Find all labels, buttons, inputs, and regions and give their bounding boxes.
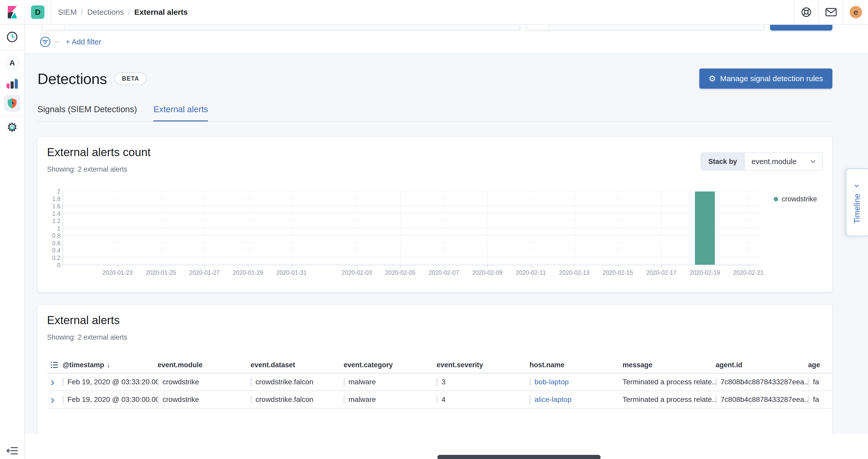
space-badge[interactable]: D bbox=[31, 5, 44, 19]
alerts-table: @timestamp↓event.moduleevent.dataseteven… bbox=[47, 357, 832, 408]
timeline-toggle-button[interactable]: › Timeline bbox=[846, 169, 868, 236]
column-header-event.module[interactable]: event.module bbox=[158, 361, 251, 369]
cell-value: malware bbox=[348, 378, 376, 386]
breadcrumb-siem[interactable]: SIEM bbox=[58, 8, 77, 17]
collapse-nav-button[interactable] bbox=[6, 446, 18, 455]
cell-value: Feb 19, 2020 @ 03:33:20.000 bbox=[67, 378, 158, 386]
filter-icon[interactable] bbox=[40, 36, 51, 47]
detections-page: Detections BETA ⚙ Manage signal detectio… bbox=[25, 54, 868, 434]
stack-by-label: Stack by bbox=[701, 153, 745, 170]
bar-crowdstrike-2020-02-19[interactable] bbox=[695, 191, 715, 265]
gridline bbox=[63, 235, 759, 236]
drag-handle[interactable] bbox=[344, 378, 345, 386]
column-header-event.dataset[interactable]: event.dataset bbox=[251, 361, 344, 369]
cell-agent.id: 7c808b4c8878433287eea... bbox=[716, 378, 808, 386]
column-header-label: event.category bbox=[344, 361, 393, 369]
expand-row-icon[interactable]: › bbox=[47, 376, 63, 388]
x-axis-label: 2020-02-11 bbox=[516, 269, 546, 276]
user-menu-button[interactable]: e bbox=[844, 0, 868, 24]
timeline-label: Timeline bbox=[852, 193, 862, 223]
drag-handle[interactable] bbox=[344, 396, 345, 403]
x-axis-label: 2020-02-17 bbox=[646, 269, 677, 276]
column-header-agent[interactable]: age bbox=[808, 361, 832, 369]
showing-count: Showing: 2 external alerts bbox=[47, 333, 823, 341]
manage-signal-detection-rules-button[interactable]: ⚙ Manage signal detection rules bbox=[699, 68, 832, 89]
drag-handle[interactable] bbox=[63, 396, 64, 403]
column-header-timestamp[interactable]: @timestamp↓ bbox=[63, 361, 158, 369]
drag-handle[interactable] bbox=[251, 378, 252, 386]
horizontal-scrollbar-thumb[interactable] bbox=[437, 455, 601, 459]
cell-event.severity: 4 bbox=[437, 395, 530, 404]
drag-handle[interactable] bbox=[437, 396, 438, 403]
plot-area: 2020-01-232020-01-252020-01-272020-01-29… bbox=[63, 191, 759, 265]
expand-row-icon[interactable]: › bbox=[47, 394, 63, 405]
column-header-message[interactable]: message bbox=[623, 361, 716, 369]
sidebar-item-siem[interactable] bbox=[4, 95, 21, 112]
drag-handle[interactable] bbox=[716, 396, 717, 403]
cell-value: 7c808b4c8878433287eea... bbox=[720, 378, 808, 386]
x-axis-tick bbox=[118, 265, 118, 267]
drag-handle[interactable] bbox=[63, 378, 64, 386]
x-axis-tick bbox=[161, 265, 161, 267]
tab-signals[interactable]: Signals (SIEM Detections) bbox=[37, 104, 137, 121]
column-header-label: event.module bbox=[158, 361, 203, 369]
cell-timestamp: Feb 19, 2020 @ 03:30:00.000 bbox=[63, 395, 158, 404]
drag-handle[interactable] bbox=[808, 396, 809, 403]
y-axis-label: 1.6 bbox=[52, 203, 60, 210]
gridline bbox=[63, 220, 759, 221]
cell-event.dataset: crowdstrike.falcon bbox=[251, 395, 344, 404]
sidebar-item-visualize[interactable] bbox=[6, 78, 18, 89]
clock-icon bbox=[6, 31, 18, 43]
cell-event.category: malware bbox=[344, 378, 437, 386]
x-axis-tick bbox=[204, 265, 205, 267]
newsfeed-button[interactable] bbox=[819, 0, 843, 24]
column-header-label: event.dataset bbox=[251, 361, 295, 369]
gridline bbox=[444, 191, 444, 265]
external-alerts-count-panel: External alerts count Showing: 2 externa… bbox=[37, 137, 832, 292]
breadcrumb-separator bbox=[81, 8, 83, 17]
add-filter-button[interactable]: + Add filter bbox=[66, 38, 101, 46]
x-axis-tick bbox=[357, 265, 357, 267]
cell-value: Terminated a process relate... bbox=[623, 395, 716, 404]
legend-item-crowdstrike[interactable]: crowdstrike bbox=[774, 195, 823, 203]
drag-handle[interactable] bbox=[808, 378, 809, 386]
y-axis-label: 0 bbox=[57, 262, 60, 269]
tab-external-alerts[interactable]: External alerts bbox=[153, 104, 208, 121]
drag-handle[interactable] bbox=[158, 396, 159, 403]
sidebar-item-app-a[interactable]: A bbox=[5, 56, 20, 70]
gridline bbox=[63, 250, 759, 250]
column-header-label: event.severity bbox=[437, 361, 483, 369]
panel-title: External alerts count bbox=[47, 146, 151, 159]
kibana-logo[interactable] bbox=[0, 0, 25, 24]
cell-host.name: alice-laptop bbox=[530, 395, 623, 404]
column-header-label: @timestamp bbox=[63, 361, 104, 369]
top-navigation-bar: D SIEM Detections External alerts e bbox=[0, 0, 868, 25]
column-header-host.name[interactable]: host.name bbox=[530, 361, 623, 369]
gridline bbox=[204, 191, 205, 265]
column-header-agent.id[interactable]: agent.id bbox=[716, 361, 808, 369]
sidebar-item-management[interactable]: ⚙ bbox=[6, 121, 18, 133]
x-axis-label: 2020-02-15 bbox=[603, 269, 633, 276]
drag-handle[interactable] bbox=[530, 396, 531, 403]
drag-handle[interactable] bbox=[437, 378, 438, 386]
x-axis-tick bbox=[705, 265, 705, 267]
cell-value[interactable]: bob-laptop bbox=[534, 378, 568, 386]
help-button[interactable] bbox=[794, 0, 818, 24]
stack-by-select[interactable]: event.module bbox=[745, 153, 822, 170]
column-header-event.category[interactable]: event.category bbox=[344, 361, 437, 369]
filter-dash bbox=[55, 41, 59, 42]
x-axis-label: 2020-02-07 bbox=[429, 269, 459, 276]
drag-handle[interactable] bbox=[158, 378, 159, 386]
breadcrumb-detections[interactable]: Detections bbox=[87, 8, 124, 17]
column-header-event.severity[interactable]: event.severity bbox=[437, 361, 530, 369]
cell-value[interactable]: alice-laptop bbox=[534, 395, 571, 404]
drag-handle[interactable] bbox=[251, 396, 252, 403]
cell-event.category: malware bbox=[344, 395, 437, 404]
drag-handle[interactable] bbox=[530, 378, 531, 386]
drag-handle[interactable] bbox=[716, 378, 717, 386]
cell-value: crowdstrike.falcon bbox=[255, 378, 313, 386]
recently-viewed-button[interactable] bbox=[6, 31, 18, 43]
gridline bbox=[357, 191, 357, 265]
fields-browser-button[interactable] bbox=[47, 361, 63, 369]
stack-by-control: Stack by event.module bbox=[701, 152, 823, 171]
